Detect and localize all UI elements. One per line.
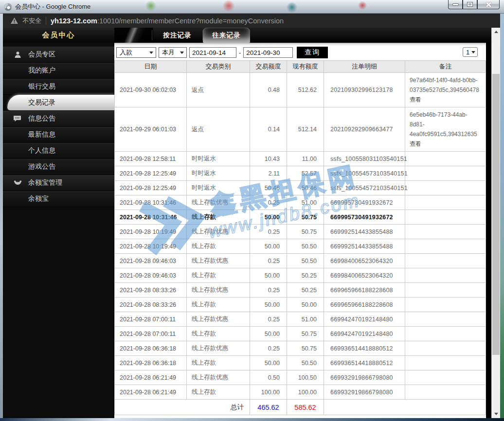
- page-select[interactable]: 1: [463, 47, 478, 57]
- date-from-input[interactable]: [189, 47, 236, 58]
- browser-window: 会员中心 - Google Chrome 不安全 yh123-12.com:10…: [0, 0, 504, 421]
- cell-amount: 10.43: [250, 152, 287, 166]
- tab-swoosh-decoration: [114, 28, 153, 43]
- table-row: 2021-09-28 09:46:03 线上存款优惠 0.25 50.50 66…: [115, 254, 486, 268]
- cell-date: 2021-09-28 10:19:49: [115, 225, 187, 239]
- cell-date: 2021-09-28 09:46:03: [115, 254, 187, 268]
- cell-remark: 9e7a64bf-14f0-4afd-b0bb-03735e527d5c,394…: [405, 73, 486, 107]
- sidebar-item-latest-news[interactable]: 最新信息: [3, 127, 114, 143]
- table-row: 2021-09-28 07:00:11 线上存款 50.00 50.75 669…: [115, 327, 486, 341]
- view-link[interactable]: 查看: [410, 95, 481, 105]
- cell-amount: 50.46: [250, 181, 287, 195]
- sidebar-menu: 会员专区 我的账户 银行交易 交易记录 信息公告: [3, 47, 114, 207]
- table-row: 2021-09-28 10:31:46 线上存款 50.00 50.75 669…: [115, 210, 486, 225]
- cell-remark: [405, 254, 486, 268]
- cell-order-detail: ssfs_100554572103540151: [324, 181, 405, 195]
- cell-amount: 0.25: [250, 312, 287, 327]
- cell-type: 线上存款优惠: [187, 370, 250, 385]
- date-range-dash: -: [239, 49, 241, 56]
- date-to-input[interactable]: [243, 47, 293, 58]
- cell-balance: 50.75: [287, 327, 324, 341]
- sidebar-item-yuebao[interactable]: 余额宝: [3, 191, 114, 207]
- sidebar-item-game-announcements[interactable]: 游戏公告: [3, 159, 114, 175]
- sidebar-item-personal-info[interactable]: 个人信息: [3, 143, 114, 159]
- sidebar-item-my-account[interactable]: 我的账户: [3, 63, 114, 79]
- cell-type: 线上存款: [187, 385, 250, 400]
- cell-date: 2021-09-29 06:01:03: [115, 107, 187, 152]
- sidebar-title: 会员中心: [3, 28, 114, 43]
- title-bar[interactable]: 会员中心 - Google Chrome: [0, 0, 504, 14]
- cell-date: 2021-09-28 06:36:18: [115, 341, 187, 356]
- url-text[interactable]: yh123-12.com:10010/member/memberCentre?m…: [51, 17, 284, 25]
- cell-amount: 50.00: [250, 327, 287, 341]
- cell-balance: 50.50: [287, 254, 324, 268]
- cell-balance: 51.00: [287, 312, 324, 327]
- tab-transaction-records[interactable]: 往来记录: [203, 28, 250, 43]
- col-header-balance: 现有额度: [287, 61, 324, 73]
- sidebar: 会员中心 会员专区 我的账户 银行交易 交易记录: [3, 28, 114, 418]
- cell-date: 2021-09-28 08:33:26: [115, 298, 187, 312]
- chevron-down-icon: [471, 51, 475, 53]
- cell-balance: 50.46: [287, 181, 324, 195]
- table-row: 2021-09-28 06:36:18 线上存款 50.00 50.50 669…: [115, 356, 486, 370]
- window-border-left: [0, 14, 3, 421]
- sidebar-section-yuebao-management[interactable]: 余额宝管理: [3, 175, 114, 191]
- cell-order-detail: 669984006523064320: [324, 268, 405, 283]
- cell-date: 2021-09-28 12:25:49: [115, 181, 187, 195]
- col-header-type: 交易类别: [187, 61, 250, 73]
- table-row: 2021-09-28 06:21:49 线上存款 100.00 100.00 6…: [115, 385, 486, 400]
- scroll-up-button[interactable]: [492, 28, 501, 36]
- cell-balance: 100.00: [287, 385, 324, 400]
- cell-order-detail: 669995730491932672: [324, 210, 405, 225]
- cell-order-detail: 669965966188228608: [324, 298, 405, 312]
- cell-remark: [405, 225, 486, 239]
- search-button[interactable]: 查询: [297, 47, 328, 58]
- transaction-type-select[interactable]: 入款: [116, 47, 156, 58]
- cell-balance: 50.50: [287, 239, 324, 254]
- minimize-button[interactable]: [448, 0, 463, 9]
- cell-amount: 0.48: [250, 73, 287, 107]
- scroll-down-button[interactable]: [492, 410, 501, 418]
- tab-bar: 按注记录 往来记录: [114, 28, 491, 43]
- cell-balance: 50.75: [287, 210, 324, 225]
- close-button[interactable]: [477, 0, 500, 9]
- maximize-button[interactable]: [463, 0, 477, 9]
- col-header-date: 日期: [115, 61, 187, 73]
- cell-date: 2021-09-28 08:33:26: [115, 283, 187, 298]
- col-header-amount: 交易额度: [250, 61, 287, 73]
- table-row: 2021-09-28 06:21:49 线上存款优惠 0.50 100.50 6…: [115, 370, 486, 385]
- cell-date: 2021-09-28 10:19:49: [115, 239, 187, 254]
- cell-order-detail: 669932919866798080: [324, 385, 405, 400]
- cell-amount: 0.14: [250, 107, 287, 152]
- sidebar-item-bank-transactions[interactable]: 银行交易: [3, 79, 114, 95]
- total-amount: 465.62: [250, 400, 287, 415]
- cell-remark: [405, 356, 486, 370]
- window-border-bottom: [0, 418, 504, 421]
- cell-amount: 50.00: [250, 268, 287, 283]
- address-bar[interactable]: 不安全 yh123-12.com:10010/member/memberCent…: [2, 14, 502, 28]
- user-icon: [13, 51, 22, 58]
- cell-remark: 6e5eb46b-7173-44ab-8d81-4ea0fc9591c5,394…: [405, 107, 486, 152]
- tab-betting-records[interactable]: 按注记录: [152, 28, 202, 43]
- period-select[interactable]: 本月: [159, 47, 187, 58]
- cell-amount: 50.00: [250, 239, 287, 254]
- cell-type: 线上存款: [187, 327, 250, 341]
- cell-remark: [405, 298, 486, 312]
- view-link[interactable]: 查看: [410, 139, 481, 149]
- cell-order-detail: ssfs_100554573103540151: [324, 166, 405, 181]
- table-row: 2021-09-28 07:00:11 线上存款优惠 0.25 51.00 66…: [115, 312, 486, 327]
- sidebar-section-member-zone[interactable]: 会员专区: [3, 47, 114, 63]
- cell-date: 2021-09-28 06:36:18: [115, 356, 187, 370]
- cell-date: 2021-09-28 07:00:11: [115, 312, 187, 327]
- cell-remark: [405, 210, 486, 225]
- cell-type: 线上存款优惠: [187, 225, 250, 239]
- scrollbar[interactable]: [491, 28, 500, 418]
- cell-amount: 0.25: [250, 225, 287, 239]
- cell-amount: 0.25: [250, 254, 287, 268]
- cell-type: 线上存款优惠: [187, 341, 250, 356]
- table-row: 2021-09-28 12:25:49 时时返水 2.11 52.57 ssfs…: [115, 166, 486, 181]
- sidebar-item-transaction-records[interactable]: 交易记录: [7, 95, 114, 111]
- sidebar-section-announcements[interactable]: 信息公告: [3, 111, 114, 127]
- footer-empty-cell: [324, 400, 486, 415]
- scrollbar-thumb[interactable]: [492, 74, 500, 355]
